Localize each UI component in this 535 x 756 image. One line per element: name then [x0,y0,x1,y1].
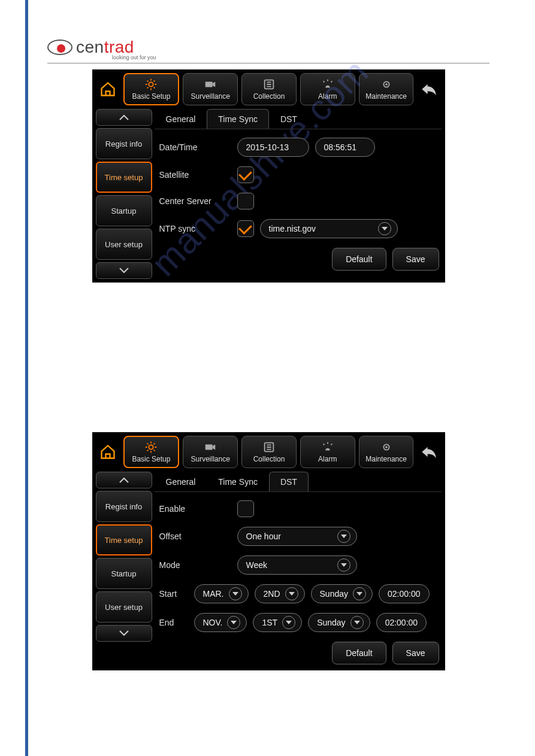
nav-surveillance[interactable]: Surveillance [183,73,238,105]
label-start: Start [159,589,188,599]
default-button[interactable]: Default [332,248,386,271]
ntp-sync-checkbox[interactable] [237,220,254,237]
time-field[interactable]: 08:56:51 [315,138,375,157]
sidebar-item-user-setup[interactable]: User setup [96,229,152,260]
page-border [25,0,28,756]
sidebar-item-startup[interactable]: Startup [96,195,152,226]
nav-label: Maintenance [365,92,407,101]
tab-general[interactable]: General [155,472,207,491]
eye-icon [47,40,72,55]
satellite-checkbox[interactable] [237,166,254,183]
nav-label: Basic Setup [132,92,170,101]
sidebar-item-time-setup[interactable]: Time setup [96,524,152,555]
home-icon[interactable] [96,73,120,105]
sidebar-item-time-setup[interactable]: Time setup [96,162,152,193]
sidebar-item-regist-info[interactable]: Regist info [96,491,152,522]
tabs: General Time Sync DST [155,109,442,129]
panel-dst: Basic Setup Surveillance Collection Alar… [92,432,445,670]
svg-point-0 [149,82,153,86]
sidebar-item-startup[interactable]: Startup [96,558,152,589]
chevron-down-icon [227,616,240,629]
tab-time-sync[interactable]: Time Sync [207,109,269,129]
default-button[interactable]: Default [332,642,386,664]
sidebar-scroll-down[interactable] [96,625,152,642]
label-enable: Enable [159,504,231,514]
tab-general[interactable]: General [155,109,207,129]
svg-point-9 [385,446,388,448]
sidebar: Regist info Time setup Startup User setu… [96,109,152,279]
gear-icon [144,441,158,454]
nav-label: Maintenance [365,455,407,463]
collection-icon [262,441,276,454]
nav-maintenance[interactable]: Maintenance [359,436,414,468]
brand-tagline: looking out for you [112,54,156,60]
start-month-dropdown[interactable]: MAR. [194,584,249,603]
nav-label: Basic Setup [132,455,170,463]
chevron-down-icon [353,587,366,600]
nav-surveillance[interactable]: Surveillance [183,436,238,468]
brand-name-prefix: cen [76,38,104,56]
nav-alarm[interactable]: Alarm [300,73,355,105]
panel-timesync: Basic Setup Surveillance Collection Alar… [92,69,445,283]
chevron-down-icon [378,222,391,235]
svg-point-4 [385,83,388,86]
label-satellite: Satellite [159,170,231,180]
nav-collection[interactable]: Collection [241,436,297,468]
tabs: General Time Sync DST [155,472,442,492]
main-area: General Time Sync DST Enable Offset One [155,472,442,667]
chevron-down-icon [229,587,242,600]
label-offset: Offset [159,532,231,541]
sidebar-scroll-up[interactable] [96,472,152,488]
save-button[interactable]: Save [392,248,439,271]
tab-dst[interactable]: DST [269,109,309,129]
tab-dst[interactable]: DST [269,472,309,491]
label-datetime: Date/Time [159,142,231,152]
chevron-down-icon [337,558,350,572]
label-ntp-sync: NTP sync [159,224,231,233]
nav-alarm[interactable]: Alarm [300,436,355,468]
ntp-server-dropdown[interactable]: time.nist.gov [260,219,398,238]
end-ordinal-dropdown[interactable]: 1ST [253,613,302,632]
sidebar-item-user-setup[interactable]: User setup [96,591,152,623]
back-icon[interactable] [417,73,441,105]
end-time-field[interactable]: 02:00:00 [376,613,427,632]
nav-maintenance[interactable]: Maintenance [359,73,414,105]
label-mode: Mode [159,560,231,570]
nav-label: Collection [253,455,285,463]
nav-basic-setup[interactable]: Basic Setup [123,436,180,468]
alarm-icon [321,78,334,91]
start-day-dropdown[interactable]: Sunday [311,584,373,603]
offset-dropdown[interactable]: One hour [237,527,357,546]
chevron-down-icon [337,530,350,543]
mode-dropdown[interactable]: Week [237,555,357,575]
top-nav: Basic Setup Surveillance Collection Alar… [96,436,442,472]
sidebar-item-regist-info[interactable]: Regist info [96,128,152,159]
chevron-down-icon [350,616,364,629]
nav-label: Surveillance [191,92,230,101]
page-content: centrad looking out for you manualshive.… [47,38,489,670]
sidebar-scroll-down[interactable] [96,262,152,279]
nav-collection[interactable]: Collection [241,73,297,105]
center-server-checkbox[interactable] [237,193,254,210]
end-day-dropdown[interactable]: Sunday [308,613,370,632]
end-month-dropdown[interactable]: NOV. [194,613,247,632]
maintenance-icon [380,441,393,454]
label-end: End [159,618,188,627]
panels-container: manualshive.com Basic Setup Surveillance… [47,69,489,670]
home-icon[interactable] [96,436,120,468]
save-button[interactable]: Save [392,642,439,664]
back-icon[interactable] [417,436,441,468]
sidebar-scroll-up[interactable] [96,109,152,126]
svg-rect-6 [205,444,213,450]
start-ordinal-dropdown[interactable]: 2ND [255,584,305,603]
date-field[interactable]: 2015-10-13 [237,138,309,157]
sidebar: Regist info Time setup Startup User setu… [96,472,152,667]
nav-basic-setup[interactable]: Basic Setup [123,73,180,105]
enable-checkbox[interactable] [237,500,254,517]
tab-time-sync[interactable]: Time Sync [207,472,269,491]
chevron-down-icon [285,587,298,600]
start-time-field[interactable]: 02:00:00 [379,584,430,603]
gear-icon [144,78,158,91]
nav-label: Alarm [318,92,337,101]
chevron-down-icon [282,616,295,629]
